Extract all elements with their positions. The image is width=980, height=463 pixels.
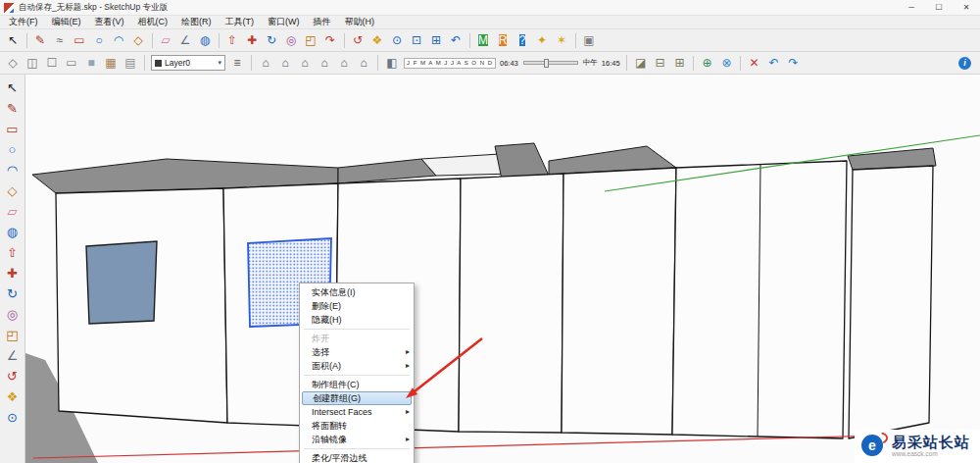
iso-view-icon[interactable]: ⌂: [256, 54, 275, 73]
menu-view[interactable]: 查看(V): [88, 16, 131, 28]
section-cut-icon[interactable]: ⊞: [670, 54, 690, 73]
shadow-toggle-icon[interactable]: ◧: [382, 54, 402, 73]
m-badge-icon[interactable]: M: [473, 31, 493, 50]
monochrome-style-icon[interactable]: ▤: [121, 54, 140, 73]
rotate-tool[interactable]: ↻: [262, 31, 281, 50]
arc-tool[interactable]: ◠: [3, 160, 23, 180]
3d-viewport[interactable]: [25, 75, 980, 463]
r-badge-icon[interactable]: R: [493, 31, 513, 50]
window-pane[interactable]: [86, 241, 157, 324]
section-display-icon[interactable]: ⊟: [651, 54, 670, 73]
wireframe-style-icon[interactable]: ☐: [42, 54, 62, 73]
toolbar-separator[interactable]: [690, 54, 698, 73]
section-plane-icon[interactable]: ◪: [631, 54, 651, 73]
extension-icon[interactable]: ▣: [579, 31, 599, 50]
model-scene[interactable]: [25, 75, 980, 463]
menu-item-intersect-faces[interactable]: Intersect Faces ▸: [300, 405, 414, 419]
back-edges-style-icon[interactable]: ◫: [23, 54, 42, 73]
chevron-down-icon[interactable]: ▾: [218, 59, 221, 67]
menu-draw[interactable]: 绘图(R): [174, 16, 219, 28]
eraser-tool[interactable]: ▱: [3, 201, 23, 221]
move-tool[interactable]: ✚: [242, 31, 262, 50]
menu-help[interactable]: 帮助(H): [338, 16, 382, 28]
layer-manager-icon[interactable]: ≡: [227, 54, 247, 73]
offset-tool[interactable]: ◎: [281, 31, 301, 50]
polygon-tool[interactable]: ◇: [3, 180, 23, 200]
rectangle-tool[interactable]: ▭: [70, 31, 89, 50]
toolbar-separator[interactable]: [571, 31, 579, 50]
zoom-window-tool[interactable]: ⊡: [407, 31, 426, 50]
info-icon[interactable]: i: [958, 57, 971, 70]
redo-icon[interactable]: ↷: [784, 54, 804, 73]
menu-item-make-group[interactable]: 创建群组(G): [302, 391, 412, 405]
zoom-tool[interactable]: ⊙: [387, 31, 407, 50]
select-tool[interactable]: ↖: [3, 77, 23, 97]
undo-icon[interactable]: ↶: [764, 54, 784, 73]
xray-style-icon[interactable]: ◇: [3, 54, 23, 73]
menu-item-erase[interactable]: 删除(E): [300, 299, 414, 313]
building-faces[interactable]: [56, 161, 933, 438]
menu-item-make-component[interactable]: 制作组件(C): [300, 378, 414, 391]
time-slider[interactable]: [523, 61, 578, 65]
toolbar-separator[interactable]: [737, 54, 745, 73]
orbit-tool[interactable]: ↺: [348, 31, 368, 50]
menu-item-hide[interactable]: 隐藏(H): [300, 313, 414, 327]
star-plugin-icon[interactable]: ✦: [532, 31, 552, 50]
help-badge-icon[interactable]: ?: [513, 31, 532, 50]
scale-tool[interactable]: ◰: [301, 31, 320, 50]
eraser-tool[interactable]: ▱: [156, 31, 175, 50]
menu-window[interactable]: 窗口(W): [261, 16, 307, 28]
front-view-icon[interactable]: ⌂: [295, 54, 315, 73]
burst-plugin-icon[interactable]: ✶: [552, 31, 571, 50]
toolbar-separator[interactable]: [148, 31, 156, 50]
delete-icon[interactable]: ✕: [745, 54, 764, 73]
right-view-icon[interactable]: ⌂: [315, 54, 334, 73]
toolbar-separator[interactable]: [340, 31, 348, 50]
arc-tool[interactable]: ◠: [109, 31, 128, 50]
toolbar-separator[interactable]: [466, 31, 473, 50]
menu-item-area[interactable]: 面积(A) ▸: [300, 359, 414, 373]
pan-tool[interactable]: ❖: [368, 31, 387, 50]
menu-item-soften-smooth-edges[interactable]: 柔化/平滑边线: [300, 451, 414, 463]
minimize-button[interactable]: ─: [898, 0, 925, 15]
freehand-tool[interactable]: ≈: [50, 31, 70, 50]
paint-bucket-tool[interactable]: ◍: [195, 31, 215, 50]
select-tool[interactable]: ↖: [3, 31, 23, 50]
pan-tool[interactable]: ❖: [3, 386, 23, 406]
tape-measure-tool[interactable]: ∠: [175, 31, 195, 50]
line-tool[interactable]: ✎: [3, 98, 23, 118]
menu-item-reverse-faces[interactable]: 将面翻转: [300, 419, 414, 433]
menu-item-flip-along[interactable]: 沿轴镜像 ▸: [300, 433, 414, 446]
rotate-tool[interactable]: ↻: [3, 283, 23, 303]
add-location-icon[interactable]: ⊕: [698, 54, 717, 73]
close-button[interactable]: ✕: [953, 0, 980, 15]
top-view-icon[interactable]: ⌂: [275, 54, 295, 73]
menu-camera[interactable]: 相机(C): [131, 16, 175, 28]
push-pull-tool[interactable]: ⇧: [222, 31, 242, 50]
follow-me-tool[interactable]: ↷: [320, 31, 340, 50]
textured-style-icon[interactable]: ▦: [101, 54, 121, 73]
photo-match-icon[interactable]: ⊗: [717, 54, 737, 73]
previous-view-tool[interactable]: ↶: [446, 31, 466, 50]
rgb-wheel-icon[interactable]: [599, 31, 618, 50]
hidden-line-style-icon[interactable]: ▭: [62, 54, 81, 73]
menu-file[interactable]: 文件(F): [2, 16, 45, 28]
line-tool[interactable]: ✎: [30, 31, 50, 50]
menu-plugins[interactable]: 插件: [307, 16, 338, 28]
circle-tool[interactable]: ○: [89, 31, 109, 50]
zoom-tool[interactable]: ⊙: [3, 407, 23, 427]
offset-tool[interactable]: ◎: [3, 304, 23, 324]
menu-tools[interactable]: 工具(T): [219, 16, 262, 28]
scale-tool[interactable]: ◰: [3, 325, 23, 344]
toolbar-separator[interactable]: [215, 31, 222, 50]
circle-tool[interactable]: ○: [3, 139, 23, 159]
toolbar-separator[interactable]: [23, 31, 30, 50]
date-slider[interactable]: J F M A M J J A S O N D: [404, 58, 496, 69]
time-slider-handle[interactable]: [544, 59, 549, 68]
back-view-icon[interactable]: ⌂: [334, 54, 354, 73]
zoom-extents-tool[interactable]: ⊞: [426, 31, 446, 50]
polygon-tool[interactable]: ◇: [128, 31, 148, 50]
push-pull-tool[interactable]: ⇧: [3, 242, 23, 262]
paint-bucket-tool[interactable]: ◍: [3, 222, 23, 241]
layer-dropdown[interactable]: Layer0 ▾: [151, 55, 225, 71]
